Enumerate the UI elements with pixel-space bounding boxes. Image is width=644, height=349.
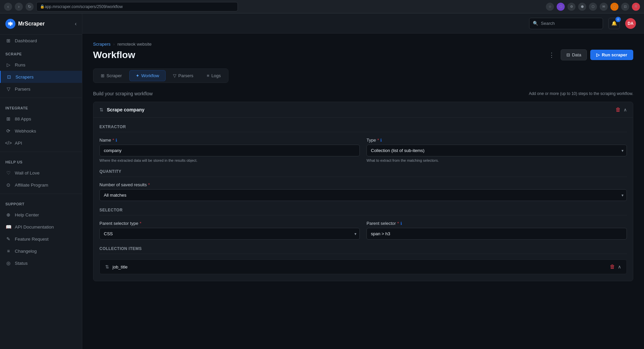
more-options-button[interactable]: ⋮ (546, 50, 557, 60)
back-button[interactable]: ‹ (4, 3, 12, 11)
sidebar-scrapers-label: Scrapers (15, 74, 34, 80)
sidebar-item-feature-request[interactable]: ✎ Feature Request (0, 233, 82, 245)
type-select[interactable]: Collection (list of sub-items) (367, 145, 627, 156)
collection-section-label: Collection Items (99, 246, 627, 254)
parent-selector-info-icon[interactable]: ℹ (400, 221, 402, 226)
quantity-section: Quantity Number of saved results * All m… (99, 169, 627, 201)
sidebar-affiliate-label: Affiliate Program (15, 183, 48, 188)
sidebar-item-wall-of-love[interactable]: ♡ Wall of Love (0, 167, 82, 179)
delete-collection-item-button[interactable]: 🗑 (610, 264, 615, 270)
runs-icon: ▷ (5, 62, 11, 68)
parent-selector-label: Parent selector * ℹ (367, 221, 627, 226)
sidebar-item-affiliate[interactable]: ⊙ Affiliate Program (0, 179, 82, 191)
delete-step-button[interactable]: 🗑 (615, 107, 621, 113)
number-select-wrapper: All matches (99, 189, 627, 201)
affiliate-icon: ⊙ (5, 182, 11, 188)
sidebar-api-label: API (15, 141, 22, 146)
page-header: Workflow ⋮ ⊟ Data ▷ Run scraper (93, 49, 633, 60)
selector-form-row: Parent selector type * CSS (99, 221, 627, 240)
notification-button[interactable]: 🔔 0 (608, 18, 620, 29)
ext-icon-8: R (632, 3, 640, 11)
sidebar-api-docs-label: API Documentation (15, 225, 54, 230)
tab-scraper[interactable]: ⊞ Scraper (95, 70, 128, 81)
sidebar-item-help-center[interactable]: ⊕ Help Center (0, 209, 82, 221)
selector-section: Selector Parent selector type * CSS (99, 208, 627, 240)
breadcrumb-scrapers-link[interactable]: Scrapers (93, 42, 111, 47)
sidebar-divider-3 (0, 194, 82, 194)
name-label: Name * ℹ (99, 138, 360, 143)
step-actions: 🗑 ∧ (615, 107, 627, 113)
number-form-group: Number of saved results * All matches (99, 182, 627, 201)
sidebar-parsers-label: Parsers (15, 87, 31, 92)
webhooks-icon: ⟳ (5, 128, 11, 134)
selector-section-label: Selector (99, 208, 627, 215)
parent-selector-type-group: Parent selector type * CSS (99, 221, 360, 240)
type-info-icon[interactable]: ℹ (380, 138, 382, 143)
tab-workflow[interactable]: ✦ Workflow (129, 70, 166, 81)
type-hint: What to extract from the matching select… (367, 158, 627, 162)
feature-icon: ✎ (5, 236, 11, 242)
tabs-bar: ⊞ Scraper ✦ Workflow ▽ Parsers ≡ Logs (93, 68, 228, 83)
apps-icon: ⊞ (5, 116, 11, 122)
sidebar-item-webhooks[interactable]: ⟳ Webhooks (0, 125, 82, 137)
data-button[interactable]: ⊟ Data (561, 49, 587, 60)
extractor-section-label: Extractor (99, 124, 627, 132)
logs-tab-icon: ≡ (207, 73, 210, 78)
name-input[interactable] (99, 145, 360, 156)
user-avatar[interactable]: DA (625, 18, 636, 29)
workflow-tab-icon: ✦ (136, 73, 139, 78)
step-name: Scrape company (107, 107, 144, 112)
sidebar-runs-label: Runs (15, 62, 26, 67)
type-form-group: Type * ℹ Collection (list of sub-items) … (367, 138, 627, 162)
sidebar-divider-2 (0, 152, 82, 152)
collapse-step-button[interactable]: ∧ (624, 107, 627, 112)
book-icon: 📖 (5, 224, 11, 230)
step-body: Extractor Name * ℹ Where the extracted d… (93, 118, 633, 281)
sidebar-item-runs[interactable]: ▷ Runs (0, 59, 82, 71)
forward-button[interactable]: › (15, 3, 23, 11)
ext-icon-1: ⬡ (557, 3, 565, 11)
ext-icon-6: ⬡ (610, 3, 618, 11)
app-container: 🕷 MrScraper ‹ ⊞ Dashboard Scrape ▷ Runs … (0, 13, 644, 349)
tab-logs[interactable]: ≡ Logs (201, 70, 227, 81)
workflow-tab-label: Workflow (141, 73, 159, 78)
tab-parsers[interactable]: ▽ Parsers (167, 70, 200, 81)
sidebar-item-dashboard[interactable]: ⊞ Dashboard (0, 35, 82, 47)
drag-handle-icon[interactable]: ⇅ (99, 107, 103, 112)
browser-extension-icons: ☆ ⬡ ⚙ ⬢ ⬡ ✉ ⬡ ⊡ R (546, 3, 640, 11)
sidebar-item-changelog[interactable]: ≡ Changelog (0, 245, 82, 257)
breadcrumb: Scrapers › remoteok website (93, 42, 633, 47)
sidebar-item-api[interactable]: </> API (0, 137, 82, 149)
sidebar-feature-label: Feature Request (15, 237, 49, 242)
sidebar-apps-label: 88 Apps (15, 116, 31, 121)
dashboard-icon: ⊞ (5, 38, 11, 44)
sidebar-item-scrapers[interactable]: ⊡ Scrapers (0, 71, 82, 83)
breadcrumb-separator: › (113, 42, 115, 47)
run-scraper-button[interactable]: ▷ Run scraper (590, 50, 633, 60)
parent-selector-input[interactable] (367, 228, 627, 240)
collection-drag-icon[interactable]: ⇅ (105, 264, 109, 269)
run-btn-label: Run scraper (602, 52, 627, 57)
sidebar-item-api-docs[interactable]: 📖 API Documentation (0, 221, 82, 233)
workflow-hint: Add one or more (up to 10) steps to the … (529, 91, 633, 96)
ext-icon-5: ✉ (600, 3, 608, 11)
search-bar[interactable]: 🔍 Search (529, 18, 603, 29)
url-bar[interactable]: 🔒 app.mrscraper.com/scrapers/2509/workfl… (36, 2, 238, 11)
sidebar-item-status[interactable]: ◎ Status (0, 257, 82, 269)
api-icon: </> (5, 140, 11, 146)
expand-collection-item-button[interactable]: ∧ (618, 264, 621, 270)
sidebar-item-apps[interactable]: ⊞ 88 Apps (0, 113, 82, 125)
changelog-icon: ≡ (5, 248, 11, 254)
number-select[interactable]: All matches (99, 189, 627, 201)
search-icon: 🔍 (533, 21, 538, 26)
parent-type-select[interactable]: CSS (99, 228, 360, 240)
name-info-icon[interactable]: ℹ (116, 138, 117, 143)
search-placeholder: Search (541, 21, 555, 26)
refresh-button[interactable]: ↻ (26, 3, 34, 11)
collapse-sidebar-button[interactable]: ‹ (75, 21, 77, 27)
scrape-section-label: Scrape (0, 47, 82, 59)
main-content: 🔍 Search 🔔 0 DA Scrapers › remoteok webs… (82, 13, 644, 349)
sidebar-item-parsers[interactable]: ▽ Parsers (0, 83, 82, 95)
integrate-section-label: Integrate (0, 101, 82, 113)
data-btn-label: Data (572, 52, 581, 57)
